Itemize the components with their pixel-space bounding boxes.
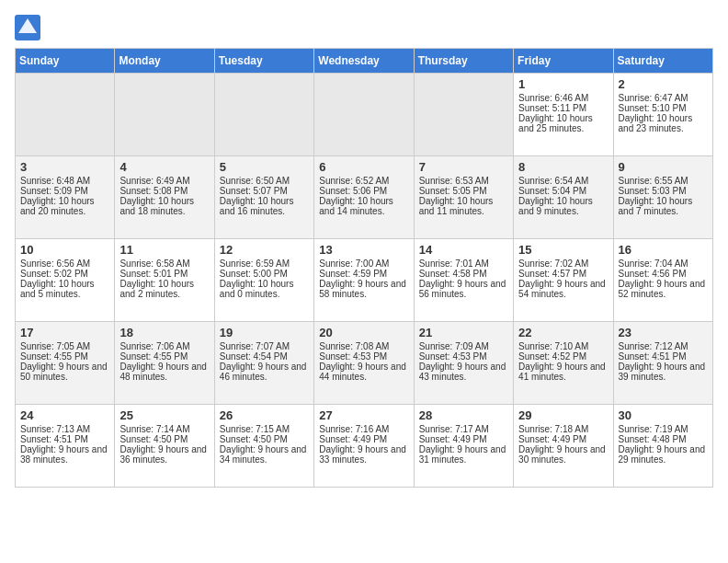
day-cell: 8Sunrise: 6:54 AMSunset: 5:04 PMDaylight…	[514, 156, 613, 239]
header-cell-tuesday: Tuesday	[214, 49, 313, 74]
day-info: Daylight: 9 hours and 44 minutes.	[319, 362, 408, 382]
day-info: Sunrise: 7:01 AM	[419, 259, 508, 269]
day-info: Daylight: 9 hours and 30 minutes.	[518, 444, 608, 465]
header-cell-thursday: Thursday	[414, 49, 513, 74]
day-number: 26	[220, 408, 309, 422]
day-info: Daylight: 10 hours and 5 minutes.	[20, 279, 109, 299]
day-info: Daylight: 10 hours and 2 minutes.	[119, 279, 209, 299]
day-cell: 29Sunrise: 7:18 AMSunset: 4:49 PMDayligh…	[514, 405, 613, 488]
day-number: 29	[518, 408, 608, 422]
day-info: Sunset: 4:49 PM	[419, 434, 508, 444]
day-cell	[214, 74, 313, 156]
day-info: Daylight: 10 hours and 14 minutes.	[319, 196, 408, 216]
day-info: Sunset: 4:51 PM	[619, 351, 708, 362]
day-number: 23	[619, 326, 708, 339]
day-info: Daylight: 10 hours and 16 minutes.	[220, 196, 309, 216]
day-info: Daylight: 10 hours and 11 minutes.	[419, 196, 508, 216]
logo-icon	[15, 15, 40, 40]
day-number: 25	[119, 408, 209, 422]
day-cell: 3Sunrise: 6:48 AMSunset: 5:09 PMDaylight…	[16, 156, 115, 239]
day-info: Sunrise: 7:05 AM	[20, 341, 109, 351]
day-cell: 23Sunrise: 7:12 AMSunset: 4:51 PMDayligh…	[613, 322, 712, 405]
day-number: 17	[20, 326, 109, 339]
day-info: Sunrise: 7:19 AM	[619, 424, 708, 434]
day-cell: 15Sunrise: 7:02 AMSunset: 4:57 PMDayligh…	[514, 239, 613, 322]
day-info: Sunset: 4:53 PM	[419, 351, 508, 362]
day-info: Sunrise: 7:18 AM	[518, 424, 608, 434]
day-info: Sunset: 5:08 PM	[119, 186, 209, 196]
day-cell: 22Sunrise: 7:10 AMSunset: 4:52 PMDayligh…	[514, 322, 613, 405]
day-cell: 14Sunrise: 7:01 AMSunset: 4:58 PMDayligh…	[414, 239, 513, 322]
day-cell: 17Sunrise: 7:05 AMSunset: 4:55 PMDayligh…	[16, 322, 115, 405]
day-cell: 25Sunrise: 7:14 AMSunset: 4:50 PMDayligh…	[115, 405, 214, 488]
day-info: Sunset: 5:04 PM	[518, 186, 608, 196]
day-cell: 10Sunrise: 6:56 AMSunset: 5:02 PMDayligh…	[16, 239, 115, 322]
day-info: Sunset: 4:59 PM	[319, 269, 408, 279]
week-row-4: 17Sunrise: 7:05 AMSunset: 4:55 PMDayligh…	[16, 322, 713, 405]
day-info: Daylight: 9 hours and 38 minutes.	[20, 444, 109, 465]
day-info: Sunset: 5:09 PM	[20, 186, 109, 196]
header-cell-friday: Friday	[514, 49, 613, 74]
day-info: Sunset: 4:48 PM	[619, 434, 708, 444]
day-number: 22	[518, 326, 608, 339]
day-info: Sunrise: 6:46 AM	[518, 93, 608, 103]
header-cell-saturday: Saturday	[613, 49, 712, 74]
calendar-table: SundayMondayTuesdayWednesdayThursdayFrid…	[15, 48, 713, 488]
day-cell: 12Sunrise: 6:59 AMSunset: 5:00 PMDayligh…	[214, 239, 313, 322]
day-info: Sunset: 4:54 PM	[220, 351, 309, 362]
day-info: Sunset: 4:53 PM	[319, 351, 408, 362]
day-info: Sunrise: 6:47 AM	[619, 93, 708, 103]
day-cell: 4Sunrise: 6:49 AMSunset: 5:08 PMDaylight…	[115, 156, 214, 239]
day-number: 8	[518, 160, 608, 174]
day-number: 9	[619, 160, 708, 174]
day-number: 10	[20, 243, 109, 257]
day-cell: 27Sunrise: 7:16 AMSunset: 4:49 PMDayligh…	[314, 405, 414, 488]
day-number: 21	[419, 326, 508, 339]
day-info: Sunrise: 6:54 AM	[518, 176, 608, 186]
header-row: SundayMondayTuesdayWednesdayThursdayFrid…	[16, 49, 713, 74]
day-info: Sunset: 5:00 PM	[220, 269, 309, 279]
day-info: Sunrise: 6:59 AM	[220, 259, 309, 269]
calendar-body: 1Sunrise: 6:46 AMSunset: 5:11 PMDaylight…	[16, 74, 713, 488]
day-info: Sunset: 4:55 PM	[119, 351, 209, 362]
day-info: Daylight: 10 hours and 25 minutes.	[518, 113, 608, 133]
day-info: Sunrise: 7:07 AM	[220, 341, 309, 351]
day-info: Daylight: 10 hours and 7 minutes.	[619, 196, 708, 216]
day-number: 15	[518, 243, 608, 257]
day-info: Sunset: 4:50 PM	[119, 434, 209, 444]
day-number: 13	[319, 243, 408, 257]
header-cell-wednesday: Wednesday	[314, 49, 414, 74]
day-info: Daylight: 10 hours and 9 minutes.	[518, 196, 608, 216]
day-cell: 7Sunrise: 6:53 AMSunset: 5:05 PMDaylight…	[414, 156, 513, 239]
day-info: Sunset: 4:49 PM	[319, 434, 408, 444]
week-row-1: 1Sunrise: 6:46 AMSunset: 5:11 PMDaylight…	[16, 74, 713, 156]
day-info: Daylight: 9 hours and 56 minutes.	[419, 279, 508, 299]
day-info: Sunset: 5:06 PM	[319, 186, 408, 196]
week-row-5: 24Sunrise: 7:13 AMSunset: 4:51 PMDayligh…	[16, 405, 713, 488]
day-info: Sunset: 5:05 PM	[419, 186, 508, 196]
day-info: Sunrise: 6:58 AM	[119, 259, 209, 269]
day-info: Daylight: 9 hours and 36 minutes.	[119, 444, 209, 465]
day-info: Sunrise: 6:49 AM	[119, 176, 209, 186]
day-cell: 24Sunrise: 7:13 AMSunset: 4:51 PMDayligh…	[16, 405, 115, 488]
day-info: Sunrise: 6:48 AM	[20, 176, 109, 186]
day-info: Sunrise: 6:55 AM	[619, 176, 708, 186]
day-info: Daylight: 9 hours and 34 minutes.	[220, 444, 309, 465]
day-info: Daylight: 9 hours and 29 minutes.	[619, 444, 708, 465]
day-info: Sunset: 5:10 PM	[619, 103, 708, 113]
day-cell: 28Sunrise: 7:17 AMSunset: 4:49 PMDayligh…	[414, 405, 513, 488]
day-cell: 13Sunrise: 7:00 AMSunset: 4:59 PMDayligh…	[314, 239, 414, 322]
day-info: Sunrise: 7:02 AM	[518, 259, 608, 269]
day-info: Sunrise: 7:00 AM	[319, 259, 408, 269]
day-info: Sunrise: 6:52 AM	[319, 176, 408, 186]
day-number: 4	[119, 160, 209, 174]
day-info: Daylight: 9 hours and 43 minutes.	[419, 362, 508, 382]
day-info: Daylight: 10 hours and 18 minutes.	[119, 196, 209, 216]
day-info: Sunset: 5:07 PM	[220, 186, 309, 196]
day-cell: 16Sunrise: 7:04 AMSunset: 4:56 PMDayligh…	[613, 239, 712, 322]
day-number: 30	[619, 408, 708, 422]
day-info: Sunset: 4:49 PM	[518, 434, 608, 444]
day-number: 27	[319, 408, 408, 422]
day-number: 3	[20, 160, 109, 174]
day-info: Daylight: 9 hours and 54 minutes.	[518, 279, 608, 299]
